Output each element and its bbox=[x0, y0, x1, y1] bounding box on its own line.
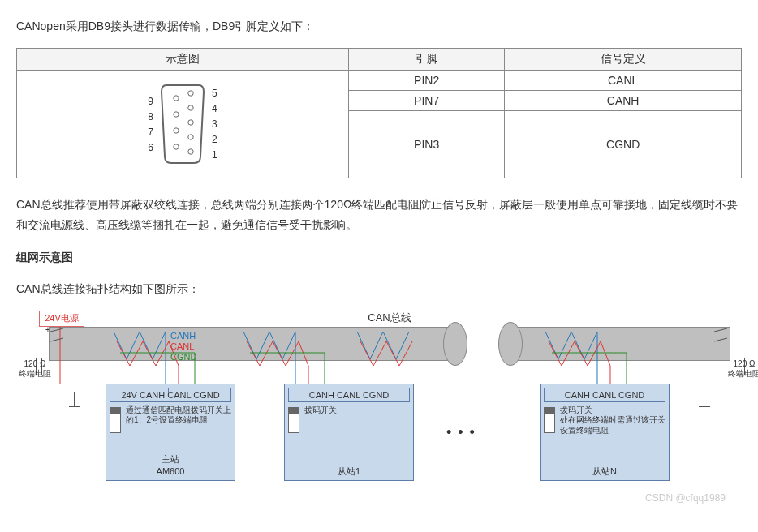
node-name: 主站AM600 bbox=[106, 453, 235, 477]
node-pins: 24V CANH CANL CGND bbox=[110, 388, 231, 402]
terminator-right-label: 120 Ω终端电阻 bbox=[726, 359, 758, 379]
node-name: 从站1 bbox=[285, 466, 413, 477]
th-pin: 引脚 bbox=[349, 49, 505, 71]
terminator-left-label: 120 Ω终端电阻 bbox=[16, 359, 54, 379]
pin-cell: PIN7 bbox=[349, 91, 505, 111]
watermark: CSDN @cfqq1989 bbox=[16, 492, 742, 504]
topo-intro: CAN总线连接拓扑结构如下图所示： bbox=[16, 279, 742, 299]
master-node: 24V CANH CANL CGND 通过通信匹配电阻拨码开关上的1、2号设置终… bbox=[106, 384, 235, 481]
sig-cell: CANH bbox=[505, 91, 742, 111]
pin-cell: PIN3 bbox=[349, 111, 505, 178]
intro-text: CANopen采用DB9接头进行数据传输，DB9引脚定义如下： bbox=[16, 16, 742, 36]
db9-connector-icon: 9 8 7 6 5 bbox=[24, 80, 342, 168]
node-desc: 拨码开关 处在网络终端时需通过该开关设置终端电阻 bbox=[560, 405, 665, 436]
node-desc: 通过通信匹配电阻拨码开关上的1、2号设置终端电阻 bbox=[126, 405, 231, 426]
bus-title: CAN总线 bbox=[32, 311, 747, 325]
topology-diagram: 24V电源 + − CAN总线 CANH CANL CGND bbox=[32, 311, 747, 497]
db9-shell-icon bbox=[160, 84, 205, 165]
node-name: 从站N bbox=[541, 466, 669, 477]
th-signal: 信号定义 bbox=[505, 49, 742, 71]
section-heading: 组网示意图 bbox=[16, 247, 742, 268]
node-pins: CANH CANL CGND bbox=[544, 388, 665, 402]
ellipsis-icon: ••• bbox=[446, 424, 481, 441]
slave1-node: CANH CANL CGND 拨码开关 从站1 bbox=[284, 384, 414, 481]
dip-switch-icon bbox=[288, 407, 299, 433]
db9-right-labels: 5 4 3 2 1 bbox=[212, 88, 217, 160]
pin-table: 示意图 引脚 信号定义 9 8 7 6 bbox=[16, 48, 742, 178]
sig-cell: CGND bbox=[505, 111, 742, 178]
pin-cell: PIN2 bbox=[349, 71, 505, 91]
db9-diagram-cell: 9 8 7 6 5 bbox=[17, 71, 349, 178]
node-desc: 拨码开关 bbox=[304, 405, 410, 416]
slaven-node: CANH CANL CGND 拨码开关 处在网络终端时需通过该开关设置终端电阻 … bbox=[540, 384, 670, 481]
node-pins: CANH CANL CGND bbox=[288, 388, 410, 402]
recommendation-text: CAN总线推荐使用带屏蔽双绞线连接，总线两端分别连接两个120Ω终端匹配电阻防止… bbox=[16, 195, 742, 235]
ground-icon bbox=[163, 388, 174, 399]
dip-switch-icon bbox=[544, 407, 555, 433]
dip-switch-icon bbox=[110, 407, 121, 433]
sig-cell: CANL bbox=[505, 71, 742, 91]
db9-left-labels: 9 8 7 6 bbox=[148, 97, 153, 152]
th-diagram: 示意图 bbox=[17, 49, 349, 71]
